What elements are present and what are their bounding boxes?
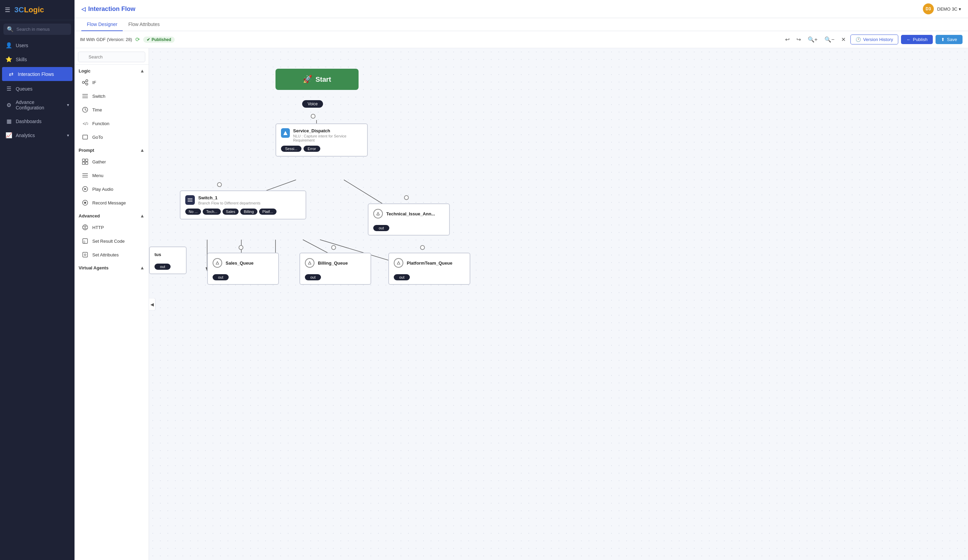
technical-issue-badge-wrap: out (368, 223, 449, 235)
sidebar-item-skills[interactable]: ⭐ Skills (0, 52, 75, 66)
palette-item-switch[interactable]: Switch (76, 89, 147, 103)
prompt-label: Prompt (79, 148, 94, 153)
sidebar-item-users[interactable]: 👤 Users (0, 38, 75, 52)
zoom-out-button[interactable]: 🔍− (822, 35, 836, 44)
topbar: ◁ Interaction Flow D3 DEMO 3C ▾ (75, 0, 968, 18)
analytics-icon: 📈 (5, 132, 12, 138)
sales-queue-title: Sales_Queue (225, 260, 254, 266)
sidebar-item-advance-configuration[interactable]: ⚙ Advance Configuration ▾ (0, 96, 75, 114)
hamburger-icon[interactable]: ☰ (5, 6, 10, 14)
svg-rect-12 (83, 135, 88, 139)
switch1-node-icon (185, 195, 195, 205)
technical-issue-title: Technical_Issue_Ann... (386, 211, 435, 216)
prompt-collapse-button[interactable]: ▲ (140, 147, 144, 153)
tab-flow-designer[interactable]: Flow Designer (81, 18, 123, 31)
sidebar-item-interaction-flows[interactable]: ⇄ Interaction Flows (2, 67, 73, 81)
sales-queue-node[interactable]: Sales_Queue out (207, 253, 279, 285)
palette-item-set-result-code[interactable]: {} Set Result Code (76, 235, 147, 247)
collapse-panel-button[interactable]: ◀ (149, 298, 156, 310)
logo: 3CLogic (14, 5, 44, 14)
svg-point-1 (86, 80, 88, 82)
sidebar-item-dashboards[interactable]: ▦ Dashboards (0, 114, 75, 128)
badge-platf: Platf... (259, 209, 277, 215)
redo-button[interactable]: ↪ (794, 35, 803, 44)
sidebar-label-queues: Queues (16, 86, 33, 92)
palette-item-time[interactable]: Time (76, 103, 147, 116)
version-history-button[interactable]: 🕐 Version History (850, 35, 898, 45)
virtual-agents-label: Virtual Agents (79, 265, 108, 270)
svg-text:</>: </> (83, 121, 88, 126)
sidebar-item-analytics[interactable]: 📈 Analytics ▾ (0, 128, 75, 142)
palette-item-http[interactable]: HTTP (76, 221, 147, 234)
user-label[interactable]: DEMO 3C ▾ (937, 7, 961, 12)
flow-actions: ↩ ↪ 🔍+ 🔍− ✕ 🕐 Version History ← Publish … (783, 35, 963, 45)
chevron-down-icon-analytics: ▾ (67, 133, 69, 138)
technical-issue-node[interactable]: Technical_Issue_Ann... out (368, 204, 450, 235)
save-button[interactable]: ⬆ Save (935, 35, 963, 44)
platform-queue-node[interactable]: PlatformTeam_Queue out (388, 253, 470, 285)
back-icon[interactable]: ◁ (81, 6, 85, 12)
palette-item-menu[interactable]: Menu (76, 169, 147, 182)
palette-item-set-attributes[interactable]: Set Attributes (76, 248, 147, 261)
connector-dot-5 (331, 245, 336, 250)
published-badge: ✔ Published (143, 36, 174, 43)
switch1-node[interactable]: Switch_1 Branch Flow to Different depart… (180, 191, 306, 219)
sidebar-item-queues[interactable]: ☰ Queues (0, 82, 75, 96)
publish-arrow-icon: ← (907, 37, 911, 42)
sidebar-label-interaction-flows: Interaction Flows (18, 71, 54, 77)
flow-version-label: IM With GDF (Version: 28) (80, 37, 132, 42)
service-dispatch-node[interactable]: Service_Dispatch NLU : Capture intent fo… (275, 123, 368, 157)
switch1-subtitle: Branch Flow to Different departments (198, 201, 260, 205)
zoom-in-button[interactable]: 🔍+ (806, 35, 820, 44)
connector-svg (149, 48, 968, 560)
badge-billing: Billing (240, 209, 257, 215)
advanced-label: Advanced (79, 213, 100, 219)
svg-point-23 (84, 202, 86, 204)
avatar: D3 (923, 3, 934, 14)
palette-item-record-message[interactable]: Record Message (76, 196, 147, 209)
undo-button[interactable]: ↩ (783, 35, 792, 44)
left-sidebar: ☰ 3CLogic 🔍 👤 Users ⭐ Skills ⇄ Interacti… (0, 0, 75, 560)
function-label: Function (92, 121, 109, 126)
save-icon: ⬆ (941, 37, 945, 42)
search-input[interactable] (17, 27, 68, 32)
palette-item-function[interactable]: </> Function (76, 117, 147, 130)
goto-label: GoTo (92, 135, 103, 140)
gather-label: Gather (92, 159, 106, 164)
set-attributes-label: Set Attributes (92, 252, 119, 257)
advanced-collapse-button[interactable]: ▲ (140, 213, 144, 219)
flow-info: IM With GDF (Version: 28) ⟳ ✔ Published (80, 36, 175, 43)
publish-button[interactable]: ← Publish (901, 35, 933, 44)
skills-icon: ⭐ (5, 56, 12, 63)
platform-queue-badge: out (394, 274, 410, 280)
time-icon (81, 106, 89, 114)
logic-collapse-button[interactable]: ▲ (140, 68, 144, 73)
svg-marker-47 (397, 262, 400, 264)
billing-queue-node[interactable]: Billing_Queue out (299, 253, 371, 285)
users-icon: 👤 (5, 42, 12, 48)
palette-item-if[interactable]: IF (76, 76, 147, 89)
badge-tech: Tech... (203, 209, 220, 215)
status-node[interactable]: tus out (149, 247, 187, 274)
palette-item-gather[interactable]: Gather (76, 155, 147, 168)
version-history-label: Version History (863, 37, 893, 42)
svg-rect-14 (85, 159, 88, 161)
badge-error: Error (303, 146, 320, 152)
start-node[interactable]: 🚀 Start (275, 69, 358, 90)
virtual-agents-collapse-button[interactable]: ▲ (140, 265, 144, 270)
badge-sales: Sales (222, 209, 239, 215)
flow-canvas-area[interactable]: ◀ (149, 48, 968, 560)
service-dispatch-title: Service_Dispatch (293, 128, 362, 133)
search-box[interactable]: 🔍 (3, 23, 71, 35)
palette-item-play-audio[interactable]: Play Audio (76, 182, 147, 196)
logic-label: Logic (79, 68, 91, 73)
palette-search-input[interactable] (78, 51, 145, 62)
virtual-agents-section-header: Virtual Agents ▲ (75, 262, 149, 272)
svg-marker-46 (308, 262, 311, 264)
svg-rect-28 (83, 252, 88, 257)
palette-item-goto[interactable]: GoTo (76, 131, 147, 144)
palette-sidebar: 🔍 Logic ▲ IF Switch (75, 48, 149, 560)
status-node-title: tus (154, 252, 161, 257)
tab-flow-attributes[interactable]: Flow Attributes (123, 18, 165, 31)
fit-button[interactable]: ✕ (839, 35, 848, 44)
